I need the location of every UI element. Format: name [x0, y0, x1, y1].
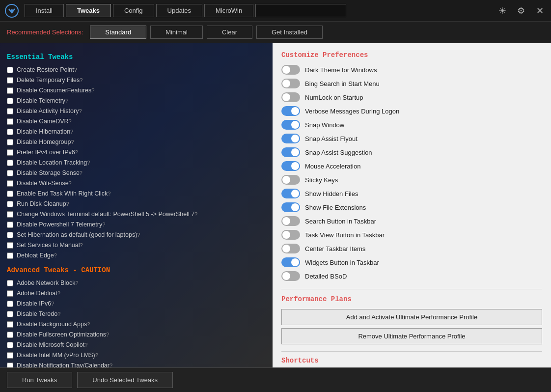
- essential-tweak-label-18: Debloat Edge?: [17, 252, 57, 259]
- toggle-label-1: Bing Search in Start Menu: [305, 80, 380, 87]
- essential-tweak-label-5: Disable GameDVR?: [17, 118, 72, 125]
- list-item: Disable Homegroup?: [7, 138, 266, 146]
- tab-config[interactable]: Config: [113, 4, 154, 17]
- toggle-label-6: Snap Assist Suggestion: [305, 149, 372, 156]
- essential-tweak-checkbox-10[interactable]: [7, 170, 13, 176]
- toggle-row: Verbose Messages During Logon: [281, 106, 542, 116]
- essential-tweaks-title: Essential Tweaks: [7, 53, 266, 61]
- toggle-label-13: Center Taskbar Items: [305, 245, 365, 252]
- toggle-switch-6[interactable]: [281, 147, 300, 157]
- essential-tweak-checkbox-7[interactable]: [7, 139, 13, 145]
- essential-tweak-label-14: Change Windows Terminal default: PowerSh…: [17, 211, 197, 218]
- essential-tweak-checkbox-2[interactable]: [7, 87, 13, 94]
- tab-tweaks[interactable]: Tweaks: [66, 4, 111, 17]
- essential-tweak-checkbox-4[interactable]: [7, 108, 13, 114]
- add-performance-profile-button[interactable]: Add and Activate Ultimate Performance Pr…: [281, 309, 542, 325]
- advanced-tweak-label-1: Adobe Debloat?: [17, 290, 60, 297]
- list-item: Disable Hibernation?: [7, 128, 266, 136]
- advanced-tweak-label-7: Disable Intel MM (vPro LMS)?: [17, 352, 98, 359]
- list-item: Adobe Debloat?: [7, 289, 266, 297]
- essential-tweak-checkbox-11[interactable]: [7, 180, 13, 187]
- tab-microwin[interactable]: MicroWin: [204, 4, 253, 17]
- essential-tweak-label-8: Prefer IPv4 over IPv6?: [17, 149, 78, 156]
- toggle-switch-14[interactable]: [281, 257, 300, 267]
- toggle-switch-2[interactable]: [281, 92, 300, 102]
- tab-install[interactable]: Install: [25, 4, 64, 17]
- toggle-switch-5[interactable]: [281, 134, 300, 143]
- list-item: Disable Notification Tray/Calendar?: [7, 362, 266, 367]
- recommended-bar: Recommended Selections: Standard Minimal…: [0, 22, 551, 43]
- advanced-tweak-checkbox-2[interactable]: [7, 301, 13, 307]
- essential-tweak-checkbox-1[interactable]: [7, 77, 13, 84]
- toggle-switch-4[interactable]: [281, 120, 300, 130]
- toggle-row: Task View Button in Taskbar: [281, 230, 542, 240]
- list-item: Disable Location Tracking?: [7, 159, 266, 167]
- toggle-switch-0[interactable]: [281, 65, 300, 75]
- toggle-switch-11[interactable]: [281, 216, 300, 226]
- essential-tweak-checkbox-0[interactable]: [7, 67, 13, 73]
- tab-updates[interactable]: Updates: [156, 4, 202, 17]
- title-bar-controls: ☀ ⚙ ✕: [496, 4, 546, 17]
- toggle-label-12: Task View Button in Taskbar: [305, 231, 385, 239]
- run-tweaks-button[interactable]: Run Tweaks: [7, 372, 72, 388]
- undo-tweaks-button[interactable]: Undo Selected Tweaks: [77, 372, 173, 388]
- toggle-switch-9[interactable]: [281, 189, 300, 198]
- essential-tweak-checkbox-13[interactable]: [7, 201, 13, 207]
- rec-btn-standard[interactable]: Standard: [90, 26, 146, 39]
- toggle-switch-1[interactable]: [281, 79, 300, 88]
- toggle-switch-13[interactable]: [281, 244, 300, 253]
- list-item: Disable Microsoft Copilot?: [7, 341, 266, 349]
- essential-tweak-checkbox-14[interactable]: [7, 211, 13, 218]
- essential-tweak-checkbox-15[interactable]: [7, 222, 13, 228]
- rec-btn-minimal[interactable]: Minimal: [150, 26, 203, 39]
- advanced-tweak-checkbox-3[interactable]: [7, 311, 13, 317]
- advanced-tweak-checkbox-1[interactable]: [7, 290, 13, 297]
- toggle-row: Snap Assist Flyout: [281, 134, 542, 143]
- toggle-switch-8[interactable]: [281, 175, 300, 185]
- essential-tweak-checkbox-5[interactable]: [7, 118, 13, 125]
- list-item: Disable Fullscreen Optimizations?: [7, 331, 266, 338]
- gear-icon-button[interactable]: ⚙: [515, 4, 527, 17]
- list-item: Set Hibernation as default (good for lap…: [7, 231, 266, 239]
- sun-icon-button[interactable]: ☀: [496, 4, 509, 17]
- advanced-tweak-checkbox-0[interactable]: [7, 280, 13, 286]
- search-input[interactable]: [255, 4, 346, 17]
- rec-btn-clear[interactable]: Clear: [207, 26, 252, 39]
- toggle-switch-10[interactable]: [281, 202, 300, 212]
- rec-btn-get-installed[interactable]: Get Installed: [256, 26, 323, 39]
- advanced-tweak-checkbox-8[interactable]: [7, 363, 13, 368]
- remove-performance-profile-button[interactable]: Remove Ultimate Performance Profile: [281, 328, 542, 344]
- essential-tweak-checkbox-16[interactable]: [7, 232, 13, 238]
- recommended-label: Recommended Selections:: [7, 28, 83, 36]
- list-item: Disable Intel MM (vPro LMS)?: [7, 351, 266, 359]
- left-panel: Essential Tweaks Create Restore Point?De…: [0, 43, 273, 367]
- essential-tweak-checkbox-18[interactable]: [7, 252, 13, 259]
- toggle-label-10: Show File Extensions: [305, 204, 366, 211]
- toggle-row: Widgets Button in Taskbar: [281, 257, 542, 267]
- advanced-tweak-label-4: Disable Background Apps?: [17, 321, 90, 328]
- toggle-switch-7[interactable]: [281, 161, 300, 171]
- essential-tweak-label-6: Disable Hibernation?: [17, 128, 73, 135]
- essential-tweak-checkbox-6[interactable]: [7, 129, 13, 135]
- advanced-tweak-label-5: Disable Fullscreen Optimizations?: [17, 331, 109, 338]
- advanced-tweak-checkbox-6[interactable]: [7, 342, 13, 348]
- advanced-tweak-checkbox-7[interactable]: [7, 352, 13, 359]
- toggle-switch-3[interactable]: [281, 106, 300, 116]
- advanced-tweak-checkbox-4[interactable]: [7, 321, 13, 328]
- essential-tweak-checkbox-3[interactable]: [7, 98, 13, 104]
- list-item: Disable Storage Sense?: [7, 169, 266, 177]
- toggle-label-0: Dark Theme for Windows: [305, 66, 377, 74]
- advanced-tweak-checkbox-5[interactable]: [7, 332, 13, 338]
- essential-tweak-checkbox-17[interactable]: [7, 242, 13, 249]
- toggle-switch-15[interactable]: [281, 271, 300, 281]
- essential-tweak-label-12: Enable End Task With Right Click?: [17, 190, 110, 197]
- essential-tweak-checkbox-12[interactable]: [7, 191, 13, 197]
- close-button[interactable]: ✕: [533, 4, 546, 17]
- essential-tweak-checkbox-9[interactable]: [7, 160, 13, 166]
- toggle-row: Dark Theme for Windows: [281, 65, 542, 75]
- list-item: Disable Powershell 7 Telemetry?: [7, 221, 266, 228]
- toggles-list: Dark Theme for WindowsBing Search in Sta…: [281, 65, 542, 281]
- shortcuts-title: Shortcuts: [281, 357, 542, 364]
- essential-tweak-checkbox-8[interactable]: [7, 149, 13, 156]
- toggle-switch-12[interactable]: [281, 230, 300, 240]
